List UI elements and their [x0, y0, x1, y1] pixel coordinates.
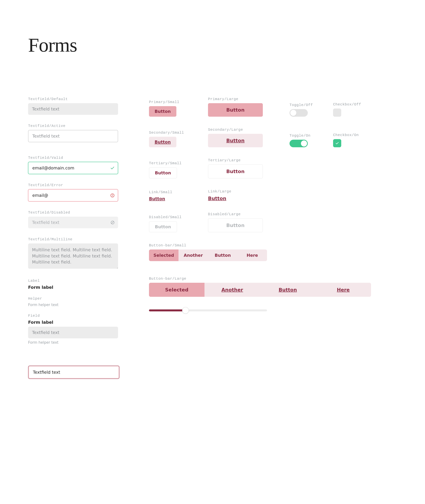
checkbox-off[interactable]	[333, 109, 341, 117]
caption-primary-large: Primary/Large	[208, 97, 261, 101]
caption-disabled-large: Disabled/Large	[208, 212, 261, 216]
page-title: Forms	[28, 34, 397, 56]
secondary-large-button[interactable]: Button	[208, 134, 263, 147]
caption-textfield-disabled: Textfield/Disabled	[28, 210, 118, 215]
caption-buttonbar-small: Button-bar/Small	[149, 243, 397, 247]
textfield-focused[interactable]	[29, 366, 119, 378]
toggle-off[interactable]	[290, 109, 308, 117]
caption-textfield-error: Textfield/Error	[28, 183, 118, 187]
caption-secondary-large: Secondary/Large	[208, 128, 261, 132]
buttonbar-small-seg-1[interactable]: Another	[179, 250, 208, 261]
textfield-valid[interactable]	[28, 162, 118, 174]
link-large-button[interactable]: Button	[208, 196, 226, 201]
caption-label: Label	[28, 279, 118, 283]
caption-toggle-off: Toggle/Off	[290, 103, 313, 107]
textfield-focus-ring[interactable]	[28, 366, 120, 379]
caption-tertiary-small: Tertiary/Small	[149, 161, 202, 165]
textfield-error[interactable]	[28, 189, 118, 201]
check-icon	[110, 166, 115, 170]
buttonbar-small-seg-2[interactable]: Button	[208, 250, 238, 261]
svg-point-2	[112, 196, 113, 196]
field-input[interactable]	[28, 327, 118, 338]
caption-helper: Helper	[28, 297, 118, 301]
tertiary-large-button[interactable]: Button	[208, 164, 263, 178]
buttonbar-small-seg-0[interactable]: Selected	[149, 250, 179, 261]
disabled-large-button: Button	[208, 218, 263, 232]
not-allowed-icon	[111, 220, 115, 225]
caption-link-large: Link/Large	[208, 189, 261, 194]
buttonbar-large-seg-1[interactable]: Another	[205, 283, 260, 297]
textfield-disabled	[28, 217, 118, 228]
caption-field: Field	[28, 314, 118, 318]
tertiary-small-button[interactable]: Button	[149, 167, 177, 178]
field-label: Form label	[28, 320, 118, 325]
secondary-small-button[interactable]: Button	[149, 137, 176, 147]
textfield-default[interactable]	[28, 103, 118, 115]
buttonbar-large-seg-2[interactable]: Button	[260, 283, 316, 297]
caption-primary-small: Primary/Small	[149, 100, 202, 104]
slider-thumb[interactable]	[182, 307, 189, 314]
primary-large-button[interactable]: Button	[208, 103, 263, 117]
primary-small-button[interactable]: Button	[149, 106, 176, 117]
slider-fill	[149, 310, 186, 311]
caption-link-small: Link/Small	[149, 190, 202, 194]
caption-buttonbar-large: Button-bar/Large	[149, 277, 397, 281]
disabled-small-button: Button	[149, 221, 177, 232]
error-icon	[110, 193, 115, 198]
field-helper: Form helper text	[28, 340, 118, 344]
caption-checkbox-on: Checkbox/On	[333, 133, 350, 137]
button-bar-large[interactable]: Selected Another Button Here	[149, 283, 371, 297]
caption-secondary-small: Secondary/Small	[149, 130, 202, 135]
buttonbar-small-seg-3[interactable]: Here	[238, 250, 267, 261]
caption-textfield-multiline: Textfield/Multiline	[28, 237, 118, 241]
toggle-on[interactable]	[290, 140, 308, 147]
check-icon	[335, 141, 339, 145]
buttonbar-large-seg-0[interactable]: Selected	[149, 283, 205, 297]
button-bar-small[interactable]: Selected Another Button Here	[149, 250, 267, 261]
svg-line-4	[112, 221, 114, 224]
textfield-active[interactable]	[28, 130, 118, 142]
caption-tertiary-large: Tertiary/Large	[208, 158, 261, 162]
buttonbar-large-seg-3[interactable]: Here	[316, 283, 371, 297]
checkbox-on[interactable]	[333, 139, 341, 147]
caption-disabled-small: Disabled/Small	[149, 215, 202, 219]
textfield-multiline[interactable]: Multiline text field. Multiline text fie…	[28, 243, 118, 269]
slider[interactable]	[149, 310, 267, 311]
link-small-button[interactable]: Button	[149, 196, 165, 201]
caption-textfield-valid: Textfield/Valid	[28, 156, 118, 160]
caption-toggle-on: Toggle/On	[290, 134, 313, 138]
caption-textfield-default: Textfield/Default	[28, 97, 118, 101]
caption-textfield-active: Textfield/Active	[28, 124, 118, 128]
caption-checkbox-off: Checkbox/Off	[333, 102, 350, 107]
form-helper: Form helper text	[28, 303, 118, 307]
form-label: Form label	[28, 285, 118, 290]
